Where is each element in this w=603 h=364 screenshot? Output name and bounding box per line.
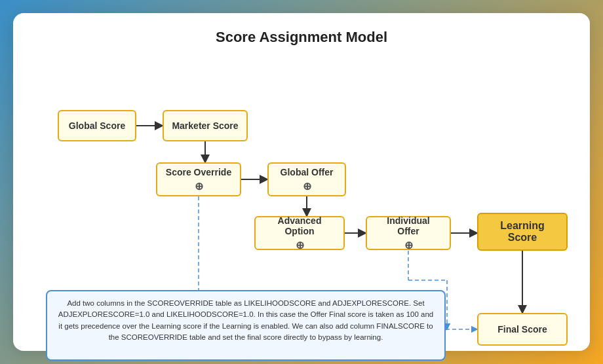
marketer-score-box: Marketer Score bbox=[163, 110, 248, 141]
global-offer-plus: ⊕ bbox=[303, 180, 311, 192]
global-score-box: Global Score bbox=[58, 110, 136, 141]
page-title: Score Assignment Model bbox=[31, 29, 572, 46]
advanced-option-box: Advanced Option ⊕ bbox=[254, 216, 345, 250]
info-box: Add two columns in the SCOREOVERRIDE tab… bbox=[46, 290, 446, 361]
score-override-box: Score Override ⊕ bbox=[156, 162, 241, 196]
final-score-box: Final Score bbox=[477, 313, 568, 346]
individual-offer-plus: ⊕ bbox=[404, 239, 413, 251]
score-override-plus: ⊕ bbox=[195, 180, 203, 192]
learning-score-box: Learning Score bbox=[477, 213, 568, 251]
individual-offer-box: Individual Offer ⊕ bbox=[366, 216, 451, 250]
diagram: Global Score Marketer Score Score Overri… bbox=[31, 58, 572, 333]
main-card: Score Assignment Model bbox=[13, 13, 590, 351]
global-offer-box: Global Offer ⊕ bbox=[267, 162, 346, 196]
advanced-option-plus: ⊕ bbox=[296, 239, 304, 251]
